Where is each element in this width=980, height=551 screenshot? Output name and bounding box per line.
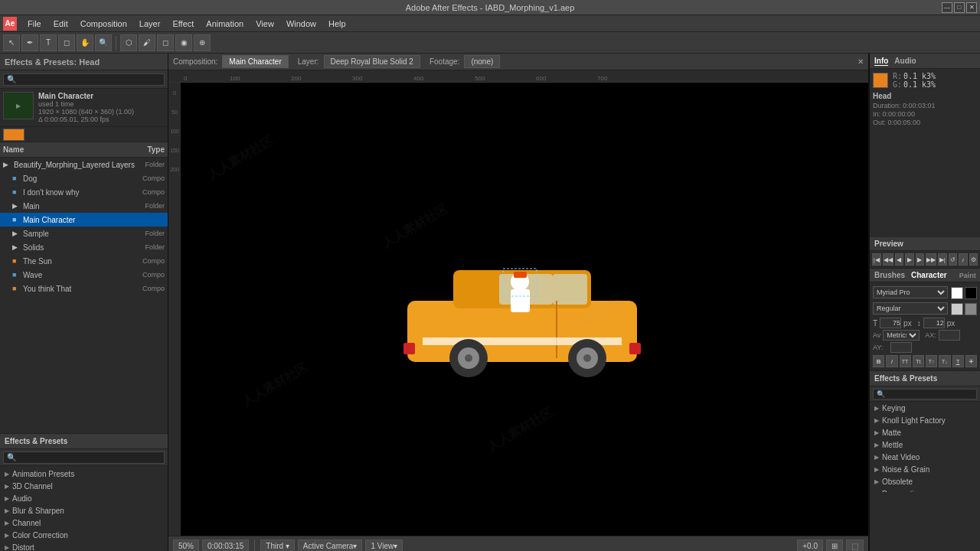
menu-composition[interactable]: Composition — [74, 18, 133, 30]
comp-tab-main-character[interactable]: Main Character — [222, 55, 288, 68]
effect-color-correction[interactable]: ▶Color Correction — [2, 529, 166, 541]
camera-value: Active Camera — [303, 542, 354, 550]
list-item-selected[interactable]: ■ Main Character — [0, 213, 168, 227]
effect-channel[interactable]: ▶Channel — [2, 517, 166, 529]
menu-view[interactable]: View — [250, 18, 280, 30]
font-size-input[interactable] — [880, 318, 901, 328]
tool-zoom[interactable]: 🔍 — [95, 34, 112, 51]
effects-search-input[interactable] — [3, 452, 165, 464]
tool-text[interactable]: T — [40, 34, 57, 51]
prev-first-btn[interactable]: |◀ — [872, 253, 881, 266]
strike-btn[interactable]: T — [965, 355, 977, 367]
close-button[interactable]: ✕ — [966, 2, 977, 13]
list-item[interactable]: ■ Wave Compo — [0, 268, 168, 282]
third-dropdown[interactable]: Third ▾ — [260, 540, 295, 552]
right-effects-search-input[interactable] — [873, 389, 977, 399]
grid-btn[interactable]: ⊞ — [826, 540, 843, 552]
comp-tab-layer[interactable]: Deep Royal Blue Solid 2 — [324, 55, 420, 68]
fx-mettle[interactable]: ▶Mettle — [870, 439, 980, 451]
camera-dropdown[interactable]: Active Camera ▾ — [298, 540, 363, 552]
list-item[interactable]: ■ I don't know why Compo — [0, 185, 168, 199]
effects-list: ▶Animation Presets ▶3D Channel ▶Audio ▶B… — [0, 466, 168, 551]
ax-input[interactable] — [939, 330, 960, 341]
ruler-mark-2: 200 — [291, 75, 301, 82]
effect-3d-channel[interactable]: ▶3D Channel — [2, 480, 166, 492]
tool-stamp[interactable]: ◉ — [175, 34, 192, 51]
text-color-box[interactable] — [951, 287, 963, 299]
sub-btn[interactable]: T↓ — [939, 355, 950, 367]
ay-input[interactable] — [890, 342, 912, 353]
menu-window[interactable]: Window — [280, 18, 322, 30]
tool-shape[interactable]: ◻ — [58, 34, 75, 51]
time-adjust[interactable]: +0.0 — [797, 540, 823, 552]
prev-fwd-btn[interactable]: ▶▶ — [926, 253, 936, 266]
character-tab[interactable]: Character — [911, 271, 947, 279]
brushes-tab[interactable]: Brushes — [874, 271, 905, 279]
font-select[interactable]: Myriad Pro — [873, 286, 948, 298]
leading-input[interactable] — [923, 318, 945, 328]
fx-perspective[interactable]: ▶Perspective — [870, 487, 980, 492]
comp-tab-footage[interactable]: (none) — [464, 55, 500, 68]
under-btn[interactable]: T — [952, 355, 964, 367]
prev-back-btn[interactable]: ◀◀ — [883, 253, 893, 266]
fx-keying[interactable]: ▶Keying — [870, 402, 980, 414]
menu-effect[interactable]: Effect — [166, 18, 200, 30]
maximize-button[interactable]: □ — [954, 2, 965, 13]
menu-edit[interactable]: Edit — [47, 18, 74, 30]
zoom-select[interactable]: 50% — [173, 540, 199, 552]
kern-select[interactable]: Metrics — [883, 330, 920, 341]
fx-noise-grain[interactable]: ▶Noise & Grain — [870, 463, 980, 475]
tab-audio[interactable]: Audio — [894, 57, 916, 65]
menu-layer[interactable]: Layer — [133, 18, 167, 30]
prev-back1-btn[interactable]: ◀ — [895, 253, 904, 266]
bg-color-box-2[interactable] — [965, 303, 977, 315]
fx-matte[interactable]: ▶Matte — [870, 426, 980, 439]
list-item[interactable]: ■ The Sun Compo — [0, 254, 168, 268]
region-btn[interactable]: ⬚ — [846, 540, 864, 552]
caps-btn[interactable]: TT — [900, 355, 911, 367]
smallcaps-btn[interactable]: Tt — [913, 355, 924, 367]
prev-settings-btn[interactable]: ⚙ — [969, 253, 978, 266]
effect-blur-sharpen[interactable]: ▶Blur & Sharpen — [2, 504, 166, 517]
sup-btn[interactable]: T↑ — [926, 355, 937, 367]
list-item[interactable]: ▶ Beautify_Morphing_Layered Layers Folde… — [0, 158, 168, 171]
fg-color-box[interactable] — [951, 303, 963, 315]
fx-obsolete[interactable]: ▶Obsolete — [870, 475, 980, 487]
list-item[interactable]: ▶ Main Folder — [0, 199, 168, 213]
minimize-button[interactable]: — — [942, 2, 952, 13]
effect-audio[interactable]: ▶Audio — [2, 492, 166, 504]
project-search-input[interactable] — [3, 73, 165, 86]
tool-roto[interactable]: ⬡ — [120, 34, 137, 51]
list-item[interactable]: ■ Dog Compo — [0, 171, 168, 185]
tool-brush[interactable]: 🖌 — [139, 34, 155, 51]
italic-btn[interactable]: I — [886, 355, 897, 367]
prev-last-btn[interactable]: ▶| — [938, 253, 947, 266]
tool-pen[interactable]: ✒ — [21, 34, 38, 51]
tool-pan[interactable]: ✋ — [77, 34, 93, 51]
timecode-display[interactable]: 0:00:03:15 — [202, 540, 249, 552]
tool-puppet[interactable]: ⊕ — [194, 34, 211, 51]
list-item[interactable]: ■ You think That Compo — [0, 282, 168, 295]
prev-loop-btn[interactable]: ↺ — [949, 253, 958, 266]
bg-color-box[interactable] — [965, 287, 977, 299]
prev-play-btn[interactable]: ▶ — [905, 253, 914, 266]
list-item[interactable]: ▶ Sample Folder — [0, 227, 168, 240]
style-select[interactable]: Regular — [873, 302, 948, 315]
list-item[interactable]: ▶ Solids Folder — [0, 240, 168, 254]
menu-help[interactable]: Help — [322, 18, 352, 30]
tab-info[interactable]: Info — [874, 57, 888, 66]
views-dropdown[interactable]: 1 View ▾ — [365, 540, 403, 552]
effect-distort[interactable]: ▶Distort — [2, 541, 166, 551]
tool-eraser[interactable]: ◻ — [157, 34, 174, 51]
fx-knoll[interactable]: ▶Knoll Light Factory — [870, 414, 980, 426]
effect-animation-presets[interactable]: ▶Animation Presets — [2, 468, 166, 480]
fx-neat-video[interactable]: ▶Neat Video — [870, 451, 980, 463]
tool-select[interactable]: ↖ — [3, 34, 20, 51]
prev-fwd1-btn[interactable]: ▶ — [916, 253, 925, 266]
close-icon[interactable]: ✕ — [858, 57, 864, 66]
bold-btn[interactable]: B — [873, 355, 884, 367]
prev-audio-btn[interactable]: ♪ — [959, 253, 968, 266]
front-wheel-hub — [465, 354, 472, 362]
menu-file[interactable]: File — [21, 18, 47, 30]
menu-animation[interactable]: Animation — [200, 18, 250, 30]
